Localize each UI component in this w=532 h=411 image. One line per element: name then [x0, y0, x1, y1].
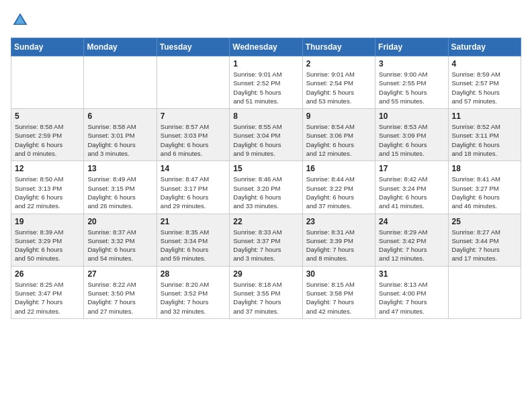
- calendar-dow-friday: Friday: [375, 38, 448, 56]
- day-info: Sunrise: 8:58 AM Sunset: 2:59 PM Dayligh…: [15, 122, 80, 158]
- day-number: 11: [452, 111, 517, 121]
- day-number: 26: [15, 269, 80, 279]
- day-number: 15: [233, 164, 298, 173]
- day-info: Sunrise: 9:01 AM Sunset: 2:54 PM Dayligh…: [306, 70, 371, 105]
- day-number: 9: [306, 111, 371, 121]
- day-info: Sunrise: 8:33 AM Sunset: 3:37 PM Dayligh…: [233, 228, 298, 263]
- calendar-week-4: 19Sunrise: 8:39 AM Sunset: 3:29 PM Dayli…: [11, 214, 521, 266]
- calendar-cell: 17Sunrise: 8:42 AM Sunset: 3:24 PM Dayli…: [375, 161, 448, 214]
- day-number: 28: [161, 269, 226, 279]
- day-number: 7: [161, 111, 226, 121]
- day-info: Sunrise: 8:20 AM Sunset: 3:52 PM Dayligh…: [161, 280, 226, 316]
- day-info: Sunrise: 8:27 AM Sunset: 3:44 PM Dayligh…: [452, 228, 517, 263]
- calendar-dow-tuesday: Tuesday: [157, 38, 229, 56]
- calendar-cell: 26Sunrise: 8:25 AM Sunset: 3:47 PM Dayli…: [11, 266, 84, 318]
- calendar-header-row: SundayMondayTuesdayWednesdayThursdayFrid…: [11, 38, 521, 56]
- calendar-cell: 28Sunrise: 8:20 AM Sunset: 3:52 PM Dayli…: [157, 266, 229, 318]
- calendar-cell: 18Sunrise: 8:41 AM Sunset: 3:27 PM Dayli…: [448, 161, 521, 214]
- day-number: 3: [379, 59, 444, 68]
- day-number: 17: [379, 164, 444, 173]
- logo: [11, 11, 32, 30]
- day-number: 25: [452, 217, 517, 226]
- day-info: Sunrise: 8:50 AM Sunset: 3:13 PM Dayligh…: [15, 175, 80, 210]
- day-number: 31: [379, 269, 444, 279]
- day-info: Sunrise: 8:31 AM Sunset: 3:39 PM Dayligh…: [306, 228, 371, 263]
- day-info: Sunrise: 8:58 AM Sunset: 3:01 PM Dayligh…: [87, 122, 152, 158]
- day-number: 20: [87, 217, 152, 226]
- day-info: Sunrise: 8:42 AM Sunset: 3:24 PM Dayligh…: [379, 175, 444, 210]
- calendar-cell: 20Sunrise: 8:37 AM Sunset: 3:32 PM Dayli…: [84, 214, 157, 266]
- calendar-cell: [84, 56, 157, 109]
- calendar-cell: 16Sunrise: 8:44 AM Sunset: 3:22 PM Dayli…: [302, 161, 375, 214]
- day-info: Sunrise: 8:57 AM Sunset: 3:03 PM Dayligh…: [161, 122, 226, 158]
- calendar-cell: 2Sunrise: 9:01 AM Sunset: 2:54 PM Daylig…: [302, 56, 375, 109]
- calendar-cell: [157, 56, 229, 109]
- calendar-cell: 23Sunrise: 8:31 AM Sunset: 3:39 PM Dayli…: [302, 214, 375, 266]
- day-number: 27: [87, 269, 152, 279]
- day-number: 12: [15, 164, 80, 173]
- day-info: Sunrise: 8:41 AM Sunset: 3:27 PM Dayligh…: [452, 175, 517, 210]
- logo-icon: [11, 11, 30, 30]
- calendar-cell: 19Sunrise: 8:39 AM Sunset: 3:29 PM Dayli…: [11, 214, 84, 266]
- day-number: 23: [306, 217, 371, 226]
- calendar-cell: 21Sunrise: 8:35 AM Sunset: 3:34 PM Dayli…: [157, 214, 229, 266]
- calendar-dow-thursday: Thursday: [302, 38, 375, 56]
- calendar-week-1: 1Sunrise: 9:01 AM Sunset: 2:52 PM Daylig…: [11, 56, 521, 109]
- calendar-cell: 11Sunrise: 8:52 AM Sunset: 3:11 PM Dayli…: [448, 109, 521, 161]
- day-number: 24: [379, 217, 444, 226]
- calendar-dow-sunday: Sunday: [11, 38, 84, 56]
- day-number: 21: [161, 217, 226, 226]
- page-header: [11, 11, 521, 30]
- day-number: 10: [379, 111, 444, 121]
- calendar-week-5: 26Sunrise: 8:25 AM Sunset: 3:47 PM Dayli…: [11, 266, 521, 318]
- calendar-cell: 13Sunrise: 8:49 AM Sunset: 3:15 PM Dayli…: [84, 161, 157, 214]
- day-info: Sunrise: 8:29 AM Sunset: 3:42 PM Dayligh…: [379, 228, 444, 263]
- calendar-cell: 6Sunrise: 8:58 AM Sunset: 3:01 PM Daylig…: [84, 109, 157, 161]
- day-info: Sunrise: 8:52 AM Sunset: 3:11 PM Dayligh…: [452, 122, 517, 158]
- calendar-week-3: 12Sunrise: 8:50 AM Sunset: 3:13 PM Dayli…: [11, 161, 521, 214]
- day-info: Sunrise: 9:01 AM Sunset: 2:52 PM Dayligh…: [233, 70, 298, 105]
- day-info: Sunrise: 8:49 AM Sunset: 3:15 PM Dayligh…: [87, 175, 152, 210]
- day-info: Sunrise: 8:25 AM Sunset: 3:47 PM Dayligh…: [15, 280, 80, 316]
- day-info: Sunrise: 8:46 AM Sunset: 3:20 PM Dayligh…: [233, 175, 298, 210]
- calendar-cell: 5Sunrise: 8:58 AM Sunset: 2:59 PM Daylig…: [11, 109, 84, 161]
- day-info: Sunrise: 8:47 AM Sunset: 3:17 PM Dayligh…: [161, 175, 226, 210]
- calendar-dow-monday: Monday: [84, 38, 157, 56]
- day-number: 8: [233, 111, 298, 121]
- day-number: 29: [233, 269, 298, 279]
- day-info: Sunrise: 8:54 AM Sunset: 3:06 PM Dayligh…: [306, 122, 371, 158]
- calendar-cell: [11, 56, 84, 109]
- day-number: 2: [306, 59, 371, 68]
- calendar-cell: 7Sunrise: 8:57 AM Sunset: 3:03 PM Daylig…: [157, 109, 229, 161]
- calendar-week-2: 5Sunrise: 8:58 AM Sunset: 2:59 PM Daylig…: [11, 109, 521, 161]
- day-number: 5: [15, 111, 80, 121]
- calendar-cell: [448, 266, 521, 318]
- day-info: Sunrise: 8:59 AM Sunset: 2:57 PM Dayligh…: [452, 70, 517, 105]
- day-info: Sunrise: 8:39 AM Sunset: 3:29 PM Dayligh…: [15, 228, 80, 263]
- day-info: Sunrise: 8:22 AM Sunset: 3:50 PM Dayligh…: [87, 280, 152, 316]
- calendar-cell: 27Sunrise: 8:22 AM Sunset: 3:50 PM Dayli…: [84, 266, 157, 318]
- day-number: 14: [161, 164, 226, 173]
- calendar-cell: 24Sunrise: 8:29 AM Sunset: 3:42 PM Dayli…: [375, 214, 448, 266]
- day-info: Sunrise: 8:13 AM Sunset: 4:00 PM Dayligh…: [379, 280, 444, 316]
- calendar-cell: 15Sunrise: 8:46 AM Sunset: 3:20 PM Dayli…: [230, 161, 302, 214]
- calendar-dow-wednesday: Wednesday: [230, 38, 302, 56]
- calendar-cell: 4Sunrise: 8:59 AM Sunset: 2:57 PM Daylig…: [448, 56, 521, 109]
- calendar-dow-saturday: Saturday: [448, 38, 521, 56]
- calendar-cell: 30Sunrise: 8:15 AM Sunset: 3:58 PM Dayli…: [302, 266, 375, 318]
- day-number: 22: [233, 217, 298, 226]
- day-number: 6: [87, 111, 152, 121]
- day-number: 4: [452, 59, 517, 68]
- day-info: Sunrise: 8:44 AM Sunset: 3:22 PM Dayligh…: [306, 175, 371, 210]
- day-number: 19: [15, 217, 80, 226]
- day-number: 13: [87, 164, 152, 173]
- day-info: Sunrise: 8:35 AM Sunset: 3:34 PM Dayligh…: [161, 228, 226, 263]
- day-info: Sunrise: 8:55 AM Sunset: 3:04 PM Dayligh…: [233, 122, 298, 158]
- day-info: Sunrise: 8:53 AM Sunset: 3:09 PM Dayligh…: [379, 122, 444, 158]
- calendar-cell: 22Sunrise: 8:33 AM Sunset: 3:37 PM Dayli…: [230, 214, 302, 266]
- calendar-cell: 3Sunrise: 9:00 AM Sunset: 2:55 PM Daylig…: [375, 56, 448, 109]
- day-number: 1: [233, 59, 298, 68]
- day-info: Sunrise: 9:00 AM Sunset: 2:55 PM Dayligh…: [379, 70, 444, 105]
- day-info: Sunrise: 8:15 AM Sunset: 3:58 PM Dayligh…: [306, 280, 371, 316]
- calendar-cell: 8Sunrise: 8:55 AM Sunset: 3:04 PM Daylig…: [230, 109, 302, 161]
